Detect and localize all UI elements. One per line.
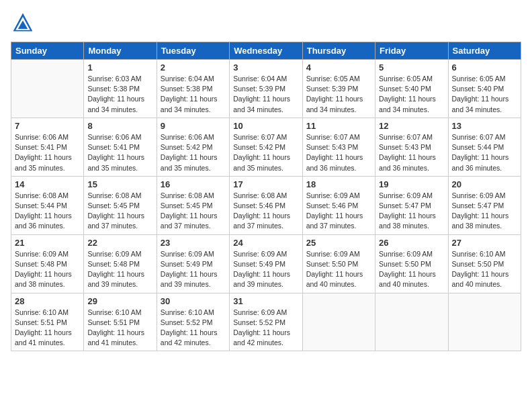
day-number: 4	[306, 62, 371, 73]
calendar-cell: 3Sunrise: 6:04 AM Sunset: 5:39 PM Daylig…	[230, 60, 302, 118]
day-number: 23	[161, 238, 226, 248]
cell-info: Sunrise: 6:08 AM Sunset: 5:45 PM Dayligh…	[87, 191, 152, 232]
day-number: 29	[87, 296, 152, 306]
calendar-cell: 24Sunrise: 6:09 AM Sunset: 5:49 PM Dayli…	[230, 234, 302, 293]
day-number: 17	[233, 179, 298, 189]
day-number: 15	[87, 179, 152, 189]
cell-info: Sunrise: 6:10 AM Sunset: 5:52 PM Dayligh…	[161, 308, 226, 349]
calendar-header-saturday: Saturday	[448, 42, 521, 60]
cell-info: Sunrise: 6:08 AM Sunset: 5:44 PM Dayligh…	[15, 191, 80, 232]
calendar-header-monday: Monday	[84, 42, 157, 60]
calendar-week-3: 14Sunrise: 6:08 AM Sunset: 5:44 PM Dayli…	[11, 176, 521, 234]
calendar-cell: 1Sunrise: 6:03 AM Sunset: 5:38 PM Daylig…	[84, 60, 157, 118]
day-number: 10	[233, 121, 298, 131]
day-number: 30	[161, 296, 226, 306]
day-number: 20	[452, 179, 517, 189]
cell-info: Sunrise: 6:09 AM Sunset: 5:50 PM Dayligh…	[379, 249, 444, 290]
day-number: 5	[379, 62, 444, 73]
calendar-cell: 26Sunrise: 6:09 AM Sunset: 5:50 PM Dayli…	[375, 234, 448, 293]
cell-info: Sunrise: 6:08 AM Sunset: 5:45 PM Dayligh…	[161, 191, 226, 232]
day-number: 18	[306, 179, 371, 189]
day-number: 26	[379, 238, 444, 248]
day-number: 21	[15, 238, 80, 248]
cell-info: Sunrise: 6:09 AM Sunset: 5:47 PM Dayligh…	[452, 191, 517, 232]
calendar-week-4: 21Sunrise: 6:09 AM Sunset: 5:48 PM Dayli…	[11, 234, 521, 293]
calendar-cell: 10Sunrise: 6:07 AM Sunset: 5:42 PM Dayli…	[230, 118, 302, 176]
day-number: 3	[233, 62, 298, 73]
calendar-cell: 19Sunrise: 6:09 AM Sunset: 5:47 PM Dayli…	[375, 176, 448, 234]
calendar-cell	[448, 293, 521, 351]
header	[11, 11, 521, 35]
cell-info: Sunrise: 6:05 AM Sunset: 5:40 PM Dayligh…	[379, 74, 444, 115]
day-number: 2	[161, 62, 226, 73]
day-number: 25	[306, 238, 371, 248]
calendar-header-wednesday: Wednesday	[230, 42, 302, 60]
cell-info: Sunrise: 6:10 AM Sunset: 5:50 PM Dayligh…	[452, 249, 517, 290]
calendar-cell: 28Sunrise: 6:10 AM Sunset: 5:51 PM Dayli…	[11, 293, 84, 351]
cell-info: Sunrise: 6:05 AM Sunset: 5:39 PM Dayligh…	[306, 74, 371, 115]
cell-info: Sunrise: 6:04 AM Sunset: 5:38 PM Dayligh…	[161, 74, 226, 115]
calendar-cell	[375, 293, 448, 351]
day-number: 22	[87, 238, 152, 248]
calendar-week-1: 1Sunrise: 6:03 AM Sunset: 5:38 PM Daylig…	[11, 60, 521, 118]
calendar-cell: 25Sunrise: 6:09 AM Sunset: 5:50 PM Dayli…	[302, 234, 375, 293]
calendar-cell: 11Sunrise: 6:07 AM Sunset: 5:43 PM Dayli…	[302, 118, 375, 176]
cell-info: Sunrise: 6:03 AM Sunset: 5:38 PM Dayligh…	[87, 74, 152, 115]
day-number: 1	[87, 62, 152, 73]
calendar-cell	[302, 293, 375, 351]
calendar-cell: 4Sunrise: 6:05 AM Sunset: 5:39 PM Daylig…	[302, 60, 375, 118]
calendar-cell: 15Sunrise: 6:08 AM Sunset: 5:45 PM Dayli…	[84, 176, 157, 234]
cell-info: Sunrise: 6:06 AM Sunset: 5:41 PM Dayligh…	[87, 132, 152, 173]
calendar-cell: 13Sunrise: 6:07 AM Sunset: 5:44 PM Dayli…	[448, 118, 521, 176]
calendar-cell: 30Sunrise: 6:10 AM Sunset: 5:52 PM Dayli…	[157, 293, 229, 351]
calendar-cell: 17Sunrise: 6:08 AM Sunset: 5:46 PM Dayli…	[230, 176, 302, 234]
logo	[11, 11, 38, 35]
calendar-header-friday: Friday	[375, 42, 448, 60]
cell-info: Sunrise: 6:07 AM Sunset: 5:42 PM Dayligh…	[233, 132, 298, 173]
calendar-cell: 31Sunrise: 6:09 AM Sunset: 5:52 PM Dayli…	[230, 293, 302, 351]
calendar-header-sunday: Sunday	[11, 42, 84, 60]
day-number: 12	[379, 121, 444, 131]
calendar-week-5: 28Sunrise: 6:10 AM Sunset: 5:51 PM Dayli…	[11, 293, 521, 351]
cell-info: Sunrise: 6:05 AM Sunset: 5:40 PM Dayligh…	[452, 74, 517, 115]
calendar-cell: 12Sunrise: 6:07 AM Sunset: 5:43 PM Dayli…	[375, 118, 448, 176]
day-number: 16	[161, 179, 226, 189]
logo-icon	[11, 11, 35, 35]
calendar-cell: 14Sunrise: 6:08 AM Sunset: 5:44 PM Dayli…	[11, 176, 84, 234]
cell-info: Sunrise: 6:06 AM Sunset: 5:41 PM Dayligh…	[15, 132, 80, 173]
calendar-cell: 23Sunrise: 6:09 AM Sunset: 5:49 PM Dayli…	[157, 234, 229, 293]
calendar-cell: 16Sunrise: 6:08 AM Sunset: 5:45 PM Dayli…	[157, 176, 229, 234]
calendar-cell: 29Sunrise: 6:10 AM Sunset: 5:51 PM Dayli…	[84, 293, 157, 351]
calendar-cell: 6Sunrise: 6:05 AM Sunset: 5:40 PM Daylig…	[448, 60, 521, 118]
calendar-header-row: SundayMondayTuesdayWednesdayThursdayFrid…	[11, 42, 521, 60]
cell-info: Sunrise: 6:09 AM Sunset: 5:48 PM Dayligh…	[15, 249, 80, 290]
day-number: 8	[87, 121, 152, 131]
calendar-cell: 9Sunrise: 6:06 AM Sunset: 5:42 PM Daylig…	[157, 118, 229, 176]
day-number: 6	[452, 62, 517, 73]
calendar-cell: 2Sunrise: 6:04 AM Sunset: 5:38 PM Daylig…	[157, 60, 229, 118]
calendar-cell	[11, 60, 84, 118]
day-number: 28	[15, 296, 80, 306]
calendar-cell: 21Sunrise: 6:09 AM Sunset: 5:48 PM Dayli…	[11, 234, 84, 293]
cell-info: Sunrise: 6:09 AM Sunset: 5:50 PM Dayligh…	[306, 249, 371, 290]
calendar-cell: 7Sunrise: 6:06 AM Sunset: 5:41 PM Daylig…	[11, 118, 84, 176]
cell-info: Sunrise: 6:09 AM Sunset: 5:49 PM Dayligh…	[161, 249, 226, 290]
cell-info: Sunrise: 6:10 AM Sunset: 5:51 PM Dayligh…	[15, 308, 80, 349]
calendar-header-thursday: Thursday	[302, 42, 375, 60]
cell-info: Sunrise: 6:09 AM Sunset: 5:52 PM Dayligh…	[233, 308, 298, 349]
cell-info: Sunrise: 6:04 AM Sunset: 5:39 PM Dayligh…	[233, 74, 298, 115]
cell-info: Sunrise: 6:06 AM Sunset: 5:42 PM Dayligh…	[161, 132, 226, 173]
cell-info: Sunrise: 6:09 AM Sunset: 5:48 PM Dayligh…	[87, 249, 152, 290]
cell-info: Sunrise: 6:09 AM Sunset: 5:46 PM Dayligh…	[306, 191, 371, 232]
calendar-cell: 5Sunrise: 6:05 AM Sunset: 5:40 PM Daylig…	[375, 60, 448, 118]
calendar-week-2: 7Sunrise: 6:06 AM Sunset: 5:41 PM Daylig…	[11, 118, 521, 176]
calendar-cell: 8Sunrise: 6:06 AM Sunset: 5:41 PM Daylig…	[84, 118, 157, 176]
page: SundayMondayTuesdayWednesdayThursdayFrid…	[0, 0, 532, 411]
calendar-cell: 20Sunrise: 6:09 AM Sunset: 5:47 PM Dayli…	[448, 176, 521, 234]
day-number: 31	[233, 296, 298, 306]
cell-info: Sunrise: 6:07 AM Sunset: 5:43 PM Dayligh…	[379, 132, 444, 173]
day-number: 7	[15, 121, 80, 131]
cell-info: Sunrise: 6:09 AM Sunset: 5:47 PM Dayligh…	[379, 191, 444, 232]
cell-info: Sunrise: 6:10 AM Sunset: 5:51 PM Dayligh…	[87, 308, 152, 349]
day-number: 19	[379, 179, 444, 189]
